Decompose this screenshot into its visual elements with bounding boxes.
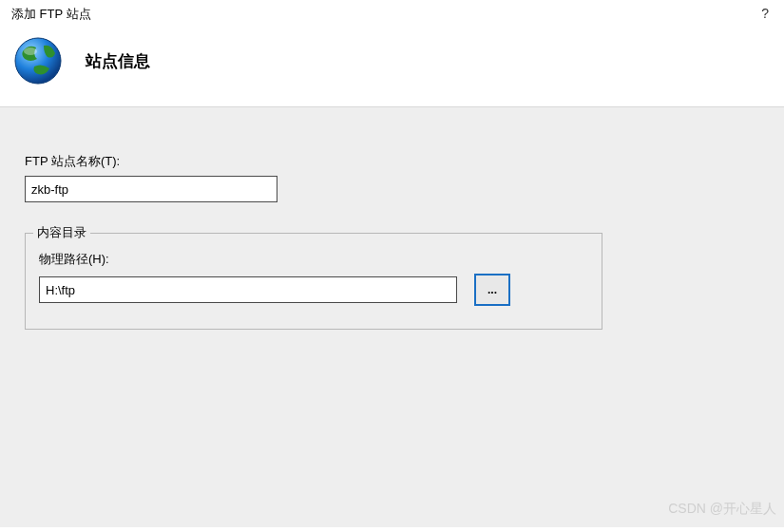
wizard-body: FTP 站点名称(T): 内容目录 物理路径(H): ... CSDN @开心星…	[0, 107, 784, 527]
physical-path-input[interactable]	[39, 276, 457, 303]
browse-button[interactable]: ...	[474, 274, 510, 306]
window-title: 添加 FTP 站点	[11, 6, 91, 23]
window-titlebar: 添加 FTP 站点 ?	[0, 0, 784, 27]
help-button[interactable]: ?	[757, 6, 773, 21]
wizard-header: 站点信息	[0, 27, 784, 107]
content-directory-group: 内容目录 物理路径(H): ...	[25, 233, 602, 330]
site-name-label: FTP 站点名称(T):	[25, 153, 759, 170]
wizard-heading: 站点信息	[86, 50, 150, 72]
physical-path-label: 物理路径(H):	[39, 251, 588, 268]
physical-path-row: ...	[39, 274, 588, 306]
content-directory-legend: 内容目录	[33, 224, 90, 241]
watermark-text: CSDN @开心星人	[668, 501, 776, 518]
site-name-input[interactable]	[25, 176, 277, 202]
svg-point-2	[24, 48, 37, 55]
globe-icon	[11, 34, 65, 87]
